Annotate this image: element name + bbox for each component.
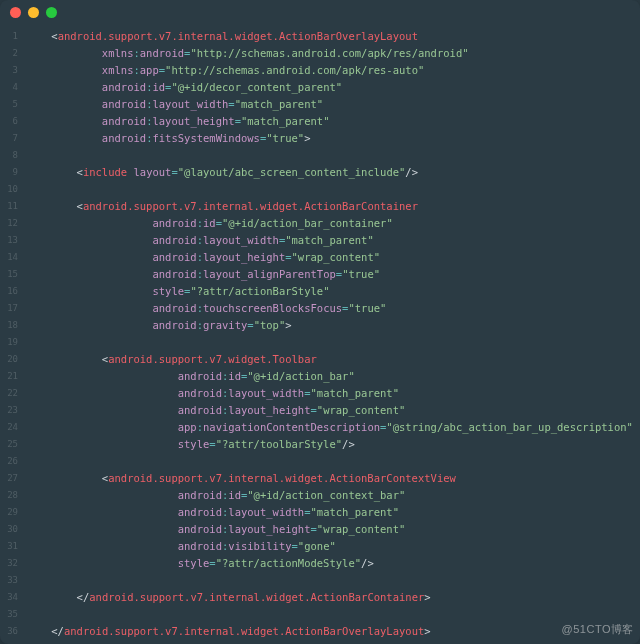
line-number: 36 <box>0 623 18 640</box>
code-line: android:id="@+id/action_bar" <box>26 368 640 385</box>
line-number: 29 <box>0 504 18 521</box>
line-number: 11 <box>0 198 18 215</box>
minimize-icon[interactable] <box>28 7 39 18</box>
titlebar <box>0 0 640 24</box>
line-number: 33 <box>0 572 18 589</box>
line-number: 12 <box>0 215 18 232</box>
code-line: </android.support.v7.internal.widget.Act… <box>26 589 640 606</box>
code-line: android:layout_width="match_parent" <box>26 385 640 402</box>
line-number: 14 <box>0 249 18 266</box>
code-line: android:layout_width="match_parent" <box>26 232 640 249</box>
line-number: 31 <box>0 538 18 555</box>
line-number: 22 <box>0 385 18 402</box>
line-number: 24 <box>0 419 18 436</box>
line-number: 15 <box>0 266 18 283</box>
code-line: <android.support.v7.widget.Toolbar <box>26 351 640 368</box>
code-line: android:gravity="top"> <box>26 317 640 334</box>
line-number: 30 <box>0 521 18 538</box>
code-line: android:layout_height="wrap_content" <box>26 402 640 419</box>
line-number: 32 <box>0 555 18 572</box>
code-line: android:visibility="gone" <box>26 538 640 555</box>
line-number: 8 <box>0 147 18 164</box>
close-icon[interactable] <box>10 7 21 18</box>
line-number-gutter: 1234567891011121314151617181920212223242… <box>0 28 26 640</box>
code-line: <android.support.v7.internal.widget.Acti… <box>26 28 640 45</box>
code-line: </android.support.v7.internal.widget.Act… <box>26 623 640 640</box>
line-number: 2 <box>0 45 18 62</box>
line-number: 23 <box>0 402 18 419</box>
line-number: 1 <box>0 28 18 45</box>
line-number: 25 <box>0 436 18 453</box>
code-line <box>26 453 640 470</box>
code-line: android:fitsSystemWindows="true"> <box>26 130 640 147</box>
line-number: 28 <box>0 487 18 504</box>
line-number: 19 <box>0 334 18 351</box>
editor: 1234567891011121314151617181920212223242… <box>0 24 640 640</box>
line-number: 34 <box>0 589 18 606</box>
line-number: 9 <box>0 164 18 181</box>
code-line <box>26 181 640 198</box>
code-line: android:touchscreenBlocksFocus="true" <box>26 300 640 317</box>
line-number: 10 <box>0 181 18 198</box>
line-number: 16 <box>0 283 18 300</box>
code-line: android:layout_height="wrap_content" <box>26 249 640 266</box>
code-line: android:layout_height="wrap_content" <box>26 521 640 538</box>
code-line: android:id="@+id/action_bar_container" <box>26 215 640 232</box>
code-line <box>26 606 640 623</box>
code-line <box>26 334 640 351</box>
code-line: android:layout_height="match_parent" <box>26 113 640 130</box>
line-number: 20 <box>0 351 18 368</box>
line-number: 7 <box>0 130 18 147</box>
code-line: xmlns:android="http://schemas.android.co… <box>26 45 640 62</box>
code-line: style="?attr/actionModeStyle"/> <box>26 555 640 572</box>
code-line <box>26 147 640 164</box>
line-number: 5 <box>0 96 18 113</box>
code-line: style="?attr/actionBarStyle" <box>26 283 640 300</box>
line-number: 26 <box>0 453 18 470</box>
code-line: style="?attr/toolbarStyle"/> <box>26 436 640 453</box>
code-line <box>26 572 640 589</box>
watermark: @51CTO博客 <box>562 621 634 638</box>
code-line: <android.support.v7.internal.widget.Acti… <box>26 470 640 487</box>
line-number: 4 <box>0 79 18 96</box>
line-number: 3 <box>0 62 18 79</box>
line-number: 6 <box>0 113 18 130</box>
code-line: android:layout_width="match_parent" <box>26 504 640 521</box>
code-line: android:layout_width="match_parent" <box>26 96 640 113</box>
line-number: 17 <box>0 300 18 317</box>
line-number: 35 <box>0 606 18 623</box>
code-line: <android.support.v7.internal.widget.Acti… <box>26 198 640 215</box>
code-line: android:id="@+id/action_context_bar" <box>26 487 640 504</box>
line-number: 18 <box>0 317 18 334</box>
line-number: 21 <box>0 368 18 385</box>
code-line: <include layout="@layout/abc_screen_cont… <box>26 164 640 181</box>
line-number: 13 <box>0 232 18 249</box>
line-number: 27 <box>0 470 18 487</box>
code-area: <android.support.v7.internal.widget.Acti… <box>26 28 640 640</box>
code-line: app:navigationContentDescription="@strin… <box>26 419 640 436</box>
code-line: android:id="@+id/decor_content_parent" <box>26 79 640 96</box>
code-line: xmlns:app="http://schemas.android.com/ap… <box>26 62 640 79</box>
zoom-icon[interactable] <box>46 7 57 18</box>
code-line: android:layout_alignParentTop="true" <box>26 266 640 283</box>
code-window: 1234567891011121314151617181920212223242… <box>0 0 640 644</box>
